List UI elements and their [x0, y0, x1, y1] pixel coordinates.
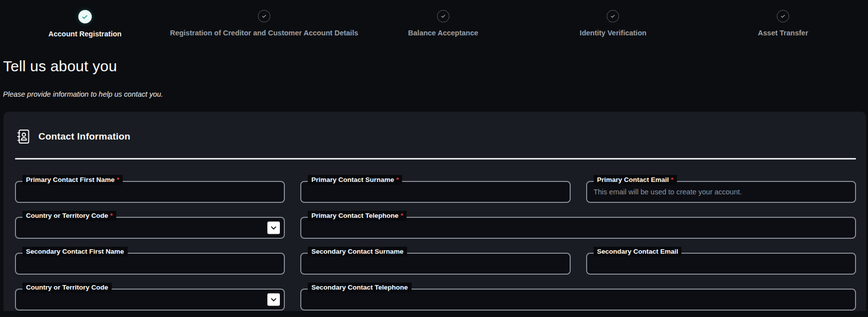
field-secondary-contact-email: Secondary Contact Email: [586, 253, 856, 275]
field-label: Primary Contact First Name*: [22, 175, 123, 185]
required-marker: *: [401, 212, 403, 219]
step-balance-acceptance[interactable]: Balance Acceptance: [358, 10, 528, 38]
section-title: Contact Information: [38, 131, 130, 142]
field-label: Secondary Contact Telephone: [308, 283, 411, 293]
field-secondary-contact-surname: Secondary Contact Surname: [300, 253, 570, 275]
section-divider: [15, 158, 856, 159]
check-icon: [607, 10, 619, 22]
step-label: Registration of Creditor and Customer Ac…: [170, 29, 358, 37]
check-icon: [777, 10, 789, 22]
field-primary-contact-surname: Primary Contact Surname*: [300, 181, 570, 203]
step-identity-verification[interactable]: Identity Verification: [528, 10, 698, 38]
field-country-code-primary: Country or Territory Code*: [15, 217, 285, 239]
step-label: Balance Acceptance: [408, 29, 478, 37]
section-header: Contact Information: [16, 129, 856, 145]
step-registration-details[interactable]: Registration of Creditor and Customer Ac…: [170, 10, 358, 38]
field-primary-contact-first-name: Primary Contact First Name*: [15, 181, 285, 203]
contact-book-icon: [16, 129, 31, 145]
field-label: Country or Territory Code: [22, 283, 112, 293]
field-primary-contact-telephone: Primary Contact Telephone*: [300, 217, 856, 239]
required-marker: *: [117, 176, 119, 183]
check-icon: [78, 10, 92, 23]
page-title: Tell us about you: [3, 58, 868, 75]
field-label: Primary Contact Telephone*: [308, 211, 407, 221]
contact-information-card: Contact Information Primary Contact Firs…: [3, 112, 866, 311]
step-account-registration[interactable]: Account Registration: [0, 10, 170, 38]
check-icon: [258, 10, 270, 22]
field-secondary-contact-telephone: Secondary Contact Telephone: [300, 289, 856, 311]
page-subtitle: Please provide information to help us co…: [3, 90, 868, 98]
contact-form: Primary Contact First Name* Primary Cont…: [15, 181, 856, 311]
field-label: Primary Contact Surname*: [308, 175, 402, 185]
required-marker: *: [396, 176, 399, 183]
step-label: Identity Verification: [580, 29, 647, 37]
check-icon: [437, 10, 449, 22]
step-asset-transfer[interactable]: Asset Transfer: [698, 10, 868, 38]
step-label: Asset Transfer: [758, 29, 808, 37]
field-primary-contact-email: Primary Contact Email*: [586, 181, 856, 203]
wizard-stepper: Account Registration Registration of Cre…: [0, 0, 868, 38]
required-marker: *: [671, 176, 673, 183]
field-label: Secondary Contact Email: [594, 247, 682, 257]
field-secondary-contact-first-name: Secondary Contact First Name: [15, 253, 285, 275]
required-marker: *: [110, 212, 113, 219]
field-label: Country or Territory Code*: [22, 211, 116, 221]
field-label: Secondary Contact Surname: [308, 247, 407, 257]
step-label: Account Registration: [48, 30, 122, 38]
field-country-code-secondary: Country or Territory Code: [15, 289, 285, 311]
field-label: Secondary Contact First Name: [22, 247, 128, 257]
field-label: Primary Contact Email*: [594, 175, 677, 185]
